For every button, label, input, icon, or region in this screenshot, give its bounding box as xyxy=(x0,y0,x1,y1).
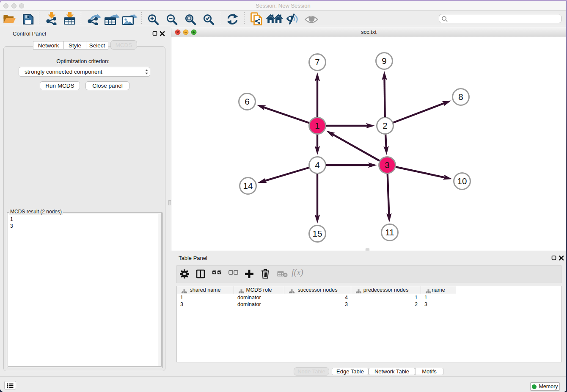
svg-text:11: 11 xyxy=(385,227,394,237)
svg-text:3: 3 xyxy=(385,160,389,170)
svg-text:10: 10 xyxy=(457,176,467,186)
svg-text:9: 9 xyxy=(382,56,386,66)
svg-text:7: 7 xyxy=(315,57,319,67)
svg-text:15: 15 xyxy=(313,229,322,238)
svg-text:6: 6 xyxy=(245,97,249,106)
svg-text:1: 1 xyxy=(315,121,319,130)
svg-text:8: 8 xyxy=(458,92,463,102)
svg-text:2: 2 xyxy=(383,121,387,130)
svg-text:4: 4 xyxy=(315,160,319,170)
svg-text:14: 14 xyxy=(243,181,253,190)
